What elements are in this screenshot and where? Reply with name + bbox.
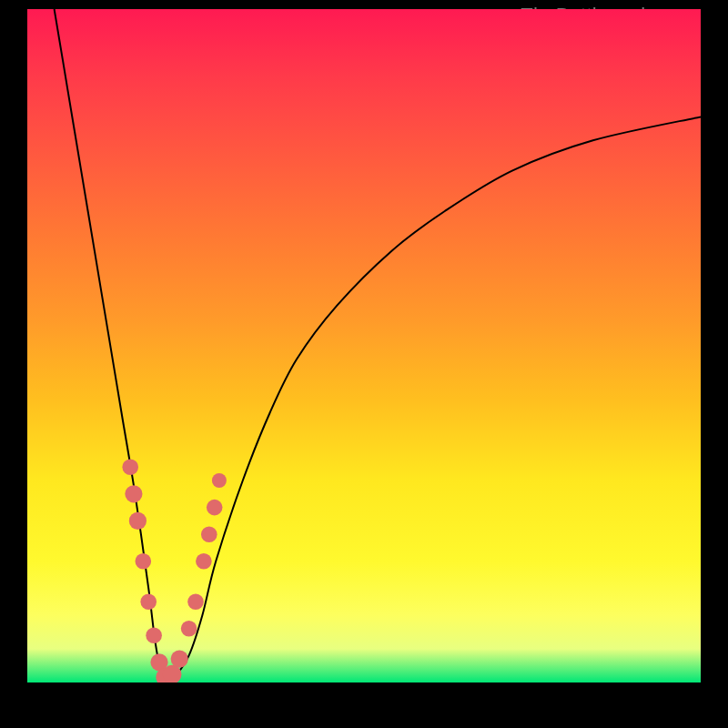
curve-marker bbox=[181, 621, 197, 637]
curve-marker bbox=[171, 651, 188, 668]
curve-marker bbox=[207, 500, 223, 516]
curve-marker bbox=[122, 459, 138, 475]
curve-marker bbox=[146, 627, 162, 643]
chart-frame bbox=[27, 9, 701, 682]
curve-marker bbox=[129, 512, 147, 530]
curve-marker bbox=[212, 473, 227, 488]
curve-marker bbox=[187, 593, 204, 610]
curve-marker bbox=[201, 526, 217, 542]
curve-marker bbox=[125, 485, 142, 502]
curve-marker bbox=[140, 593, 157, 610]
bottleneck-curve bbox=[55, 9, 701, 680]
chart-svg bbox=[27, 9, 701, 682]
bottleneck-curve-path bbox=[55, 9, 701, 680]
curve-marker bbox=[196, 553, 212, 570]
curve-markers bbox=[122, 459, 227, 682]
curve-marker bbox=[136, 553, 152, 570]
